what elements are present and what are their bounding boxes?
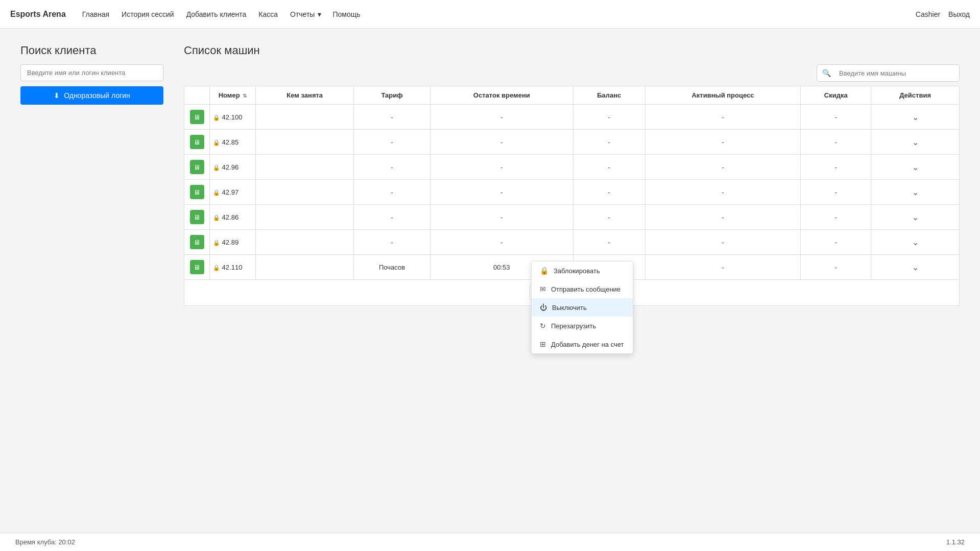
- row-active-process: -: [645, 105, 801, 130]
- col-icon: [184, 86, 210, 105]
- table-row: 🖥🔒 42.89-----⌄: [184, 230, 960, 255]
- row-tariff: -: [354, 155, 430, 180]
- row-active-process: -: [645, 230, 801, 255]
- dropdown-menu-item[interactable]: ↻Перезагрузить: [532, 317, 633, 335]
- club-time-value: 20:02: [58, 538, 75, 546]
- row-action-button[interactable]: ⌄: [909, 111, 922, 123]
- dropdown-item-label: Добавить денег на счет: [551, 341, 624, 348]
- row-tariff: Почасов: [354, 255, 430, 280]
- left-panel: Поиск клиента ⬇ Одноразовый логин: [20, 44, 163, 105]
- dropdown-item-icon: ⊞: [540, 340, 546, 348]
- row-discount: -: [801, 255, 871, 280]
- row-action-button[interactable]: ⌄: [909, 211, 922, 223]
- row-active-process: -: [645, 180, 801, 205]
- col-number[interactable]: Номер ⇅: [210, 86, 256, 105]
- row-actions[interactable]: ⌄: [871, 255, 960, 280]
- nav-add-client[interactable]: Добавить клиента: [185, 8, 248, 20]
- search-icon: 🔍: [817, 65, 836, 81]
- row-tariff: -: [354, 180, 430, 205]
- dropdown-item-label: Заблокировать: [554, 267, 600, 275]
- row-number: 🔒 42.96: [210, 155, 256, 180]
- row-actions[interactable]: ⌄: [871, 205, 960, 230]
- table-header-row: Номер ⇅ Кем занята Тариф Остаток времени…: [184, 86, 960, 105]
- machines-title: Список машин: [184, 44, 960, 57]
- machine-search-input[interactable]: [836, 65, 959, 81]
- row-status-icon: 🖥: [184, 205, 210, 230]
- row-time-left: -: [430, 155, 573, 180]
- footer: Время клуба: 20:02 1.1.32: [0, 533, 980, 551]
- nav-help[interactable]: Помощь: [331, 8, 361, 20]
- row-actions[interactable]: ⌄: [871, 155, 960, 180]
- dropdown-menu-item[interactable]: ⏻Выключить: [532, 298, 633, 317]
- club-time: Время клуба: 20:02: [15, 538, 75, 546]
- col-balance: Баланс: [573, 86, 645, 105]
- guest-login-button[interactable]: ⬇ Одноразовый логин: [20, 86, 163, 105]
- col-discount: Скидка: [801, 86, 871, 105]
- col-occupied: Кем занята: [256, 86, 354, 105]
- row-number: 🔒 42.86: [210, 205, 256, 230]
- row-discount: -: [801, 230, 871, 255]
- brand: Esports Arena: [10, 10, 66, 19]
- row-status-icon: 🖥: [184, 180, 210, 205]
- nav-logout[interactable]: Выход: [948, 10, 970, 18]
- machine-search-wrap: 🔍: [184, 64, 960, 82]
- machines-table: Номер ⇅ Кем занята Тариф Остаток времени…: [184, 86, 960, 280]
- dropdown-menu-item[interactable]: ✉Отправить сообщение: [532, 280, 633, 298]
- row-balance: -: [573, 155, 645, 180]
- nav-reports-dropdown[interactable]: Отчеты ▾: [289, 8, 321, 20]
- row-action-button[interactable]: ⌄: [909, 236, 922, 248]
- right-panel: Список машин 🔍 Номер ⇅ Кем занята Тариф: [184, 44, 960, 306]
- row-time-left: -: [430, 105, 573, 130]
- row-tariff: -: [354, 230, 430, 255]
- chevron-down-icon: ▾: [318, 10, 321, 18]
- row-active-process: -: [645, 155, 801, 180]
- row-action-button[interactable]: ⌄: [909, 261, 922, 273]
- row-occupied-by: [256, 155, 354, 180]
- row-discount: -: [801, 105, 871, 130]
- row-status-icon: 🖥: [184, 255, 210, 280]
- row-status-icon: 🖥: [184, 130, 210, 155]
- dropdown-item-icon: ↻: [540, 322, 546, 330]
- row-actions[interactable]: ⌄: [871, 130, 960, 155]
- row-time-left: -: [430, 230, 573, 255]
- row-time-left: -: [430, 180, 573, 205]
- nav-reports-label: Отчеты: [289, 8, 316, 20]
- nav-cashier: Cashier: [916, 10, 940, 18]
- row-status-icon: 🖥: [184, 155, 210, 180]
- version: 1.1.32: [946, 538, 965, 546]
- row-active-process: -: [645, 255, 801, 280]
- row-actions[interactable]: ⌄: [871, 180, 960, 205]
- table-row: 🖥🔒 42.100-----⌄: [184, 105, 960, 130]
- machine-search-inner: 🔍: [817, 64, 960, 82]
- col-tariff: Тариф: [354, 86, 430, 105]
- row-number: 🔒 42.100: [210, 105, 256, 130]
- col-time-left: Остаток времени: [430, 86, 573, 105]
- row-occupied-by: [256, 230, 354, 255]
- row-tariff: -: [354, 105, 430, 130]
- table-row: 🖥🔒 42.97-----⌄: [184, 180, 960, 205]
- col-actions: Действия: [871, 86, 960, 105]
- row-status-icon: 🖥: [184, 230, 210, 255]
- nav-cashbox[interactable]: Касса: [257, 8, 279, 20]
- row-actions[interactable]: ⌄: [871, 105, 960, 130]
- dropdown-item-label: Выключить: [552, 304, 587, 312]
- row-discount: -: [801, 180, 871, 205]
- row-actions[interactable]: ⌄: [871, 230, 960, 255]
- nav-home[interactable]: Главная: [81, 8, 110, 20]
- club-time-label: Время клуба:: [15, 538, 58, 546]
- client-search-input[interactable]: [20, 64, 163, 81]
- row-balance: -: [573, 130, 645, 155]
- row-action-button[interactable]: ⌄: [909, 186, 922, 198]
- row-status-icon: 🖥: [184, 105, 210, 130]
- col-active-process: Активный процесс: [645, 86, 801, 105]
- dropdown-item-icon: ⏻: [540, 303, 547, 312]
- row-action-button[interactable]: ⌄: [909, 136, 922, 148]
- user-icon: ⬇: [54, 91, 60, 100]
- row-time-left: -: [430, 130, 573, 155]
- dropdown-menu-item[interactable]: 🔒Заблокировать: [532, 261, 633, 280]
- row-action-button[interactable]: ⌄: [909, 161, 922, 173]
- dropdown-menu-item[interactable]: ⊞Добавить денег на счет: [532, 335, 633, 353]
- row-number: 🔒 42.110: [210, 255, 256, 280]
- row-occupied-by: [256, 105, 354, 130]
- nav-sessions[interactable]: История сессий: [121, 8, 175, 20]
